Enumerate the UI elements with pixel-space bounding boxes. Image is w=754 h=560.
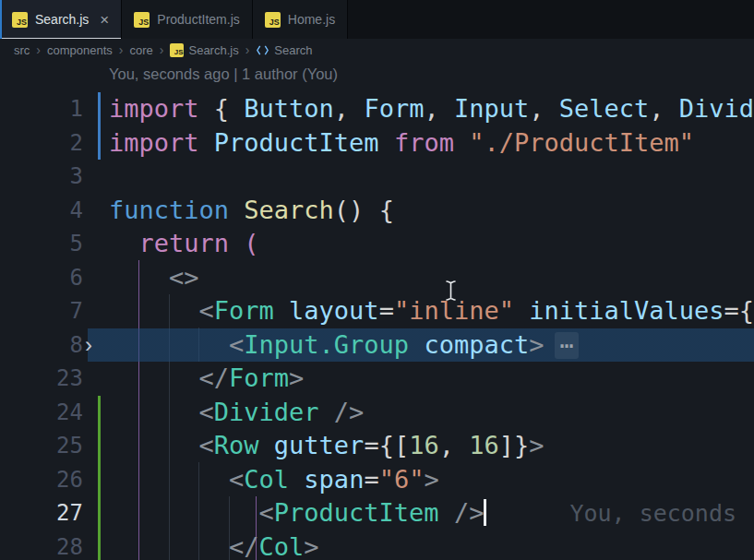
code-line-23: 23 </Form> <box>0 362 754 396</box>
token: Button <box>244 94 334 123</box>
token: > <box>529 330 544 359</box>
gutter <box>83 496 109 530</box>
token: = <box>379 296 394 325</box>
token: ( <box>244 229 258 257</box>
token: , <box>334 94 365 123</box>
breadcrumb: src›components›core›JSSearch.js›Search <box>0 39 754 61</box>
code-line-content[interactable]: <ProductItem />You, seconds <box>109 496 754 530</box>
gutter <box>83 227 109 261</box>
codelens-blame[interactable]: You, seconds ago | 1 author (You) <box>109 66 338 83</box>
token: Input <box>454 94 529 123</box>
code-line-content[interactable]: <Divider /> <box>109 396 754 430</box>
token: Row <box>214 431 259 459</box>
token: return <box>139 229 245 257</box>
breadcrumb-separator: › <box>245 42 250 57</box>
token: span <box>304 465 364 494</box>
token: function <box>109 196 244 224</box>
token: Divider <box>214 398 319 426</box>
git-blame-annotation: You, seconds <box>569 500 736 527</box>
gutter <box>83 463 109 497</box>
code-editor[interactable]: 1import { Button, Form, Input, Select, D… <box>0 92 754 560</box>
gutter <box>83 160 109 194</box>
token: = <box>364 465 378 494</box>
token: Col <box>244 465 289 494</box>
folded-region-badge[interactable]: ⋯ <box>555 332 578 359</box>
gutter <box>83 429 109 463</box>
code-line-content[interactable]: <Form layout="inline" initialValues={ <box>109 294 754 328</box>
token: gutter <box>274 431 365 459</box>
token: from <box>394 128 469 157</box>
code-line-content[interactable] <box>109 160 754 194</box>
code-line-content[interactable]: <Input.Group compact>⋯ <box>109 328 754 363</box>
fold-chevron-icon[interactable]: › <box>85 328 92 363</box>
token: ProductItem <box>274 498 439 527</box>
gutter <box>83 396 109 430</box>
token: < <box>109 431 214 459</box>
code-line-content[interactable]: <Row gutter={[16, 16]}> <box>109 429 754 463</box>
line-number: 3 <box>0 160 83 194</box>
code-line-content[interactable]: import { Button, Form, Input, Select, Di… <box>109 92 754 126</box>
token <box>259 431 274 459</box>
token: > <box>304 532 318 560</box>
window-edge-accent <box>0 0 2 39</box>
tab-bar: JSSearch.js×JSProductItem.jsJSHome.js <box>0 0 754 39</box>
gutter <box>83 294 109 328</box>
token: > <box>424 465 438 494</box>
line-number: 6 <box>0 261 83 295</box>
token: /> <box>319 398 365 426</box>
tab-productitem-js[interactable]: JSProductItem.js <box>122 0 252 39</box>
code-line-8: 8› <Input.Group compact>⋯ <box>0 328 754 363</box>
line-number: 23 <box>0 362 83 396</box>
close-icon[interactable]: × <box>100 12 109 28</box>
token: initialValues <box>529 296 724 325</box>
breadcrumb-separator: › <box>36 42 41 57</box>
tab-search-js[interactable]: JSSearch.js× <box>0 0 122 39</box>
token: < <box>109 398 214 426</box>
symbol-icon <box>256 43 269 57</box>
tab-home-js[interactable]: JSHome.js <box>253 0 348 39</box>
mouse-cursor-ibeam-icon <box>445 280 457 305</box>
token: , <box>424 94 454 123</box>
breadcrumb-label: components <box>47 43 113 57</box>
token: < <box>109 498 274 527</box>
breadcrumb-item-search[interactable]: Search <box>256 43 312 57</box>
breadcrumb-item-src[interactable]: src <box>14 43 30 57</box>
git-added-indicator <box>98 530 101 560</box>
breadcrumb-item-core[interactable]: core <box>130 43 153 57</box>
token: </ <box>109 532 259 560</box>
code-line-content[interactable]: <Col span="6"> <box>109 463 754 497</box>
token: 16 <box>409 431 439 459</box>
js-icon: JS <box>134 12 150 28</box>
js-icon: JS <box>170 43 184 57</box>
token: ProductItem <box>214 128 379 157</box>
tab-label: Search.js <box>35 12 89 27</box>
token: 16 <box>469 431 499 459</box>
token <box>409 330 424 359</box>
code-line-content[interactable]: <> <box>109 261 754 295</box>
code-line-3: 3 <box>0 160 754 194</box>
line-number: 24 <box>0 396 83 430</box>
token: , <box>439 431 470 459</box>
token: /> <box>439 498 485 527</box>
breadcrumb-separator: › <box>119 42 124 57</box>
token: Form <box>364 94 424 123</box>
breadcrumb-item-components[interactable]: components <box>47 43 113 57</box>
code-line-content[interactable]: </Form> <box>109 362 754 396</box>
token: Form <box>229 363 289 392</box>
code-line-content[interactable]: function Search() { <box>109 194 754 228</box>
token: Select <box>559 94 650 123</box>
code-line-content[interactable]: </Col> <box>109 530 754 560</box>
gutter <box>83 92 109 126</box>
code-line-26: 26 <Col span="6"> <box>0 463 754 497</box>
line-number: 5 <box>0 227 83 261</box>
code-line-25: 25 <Row gutter={[16, 16]}> <box>0 429 754 463</box>
token <box>289 465 304 494</box>
git-added-indicator <box>98 396 101 430</box>
gutter <box>83 261 109 295</box>
gutter <box>83 362 109 396</box>
token: < <box>109 465 244 494</box>
code-line-content[interactable]: import ProductItem from "./ProductItem" <box>109 126 754 161</box>
code-line-content[interactable]: return ( <box>109 227 754 261</box>
gutter <box>83 530 109 560</box>
breadcrumb-item-search-js[interactable]: JSSearch.js <box>170 43 238 57</box>
